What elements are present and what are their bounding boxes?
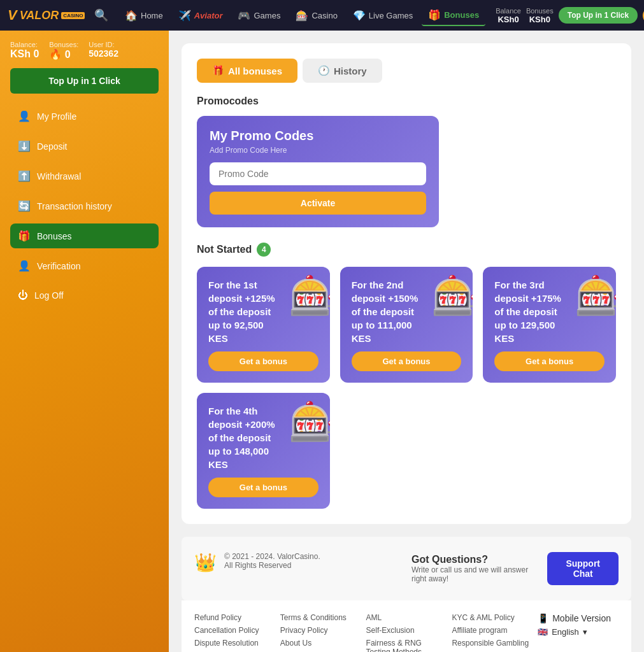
header-top-up-button[interactable]: Top Up in 1 Click — [559, 7, 638, 24]
logo-text: V — [8, 7, 17, 24]
nav-home[interactable]: 🏠Home — [118, 6, 169, 25]
sidebar-balance-block: Balance: KSh 0 — [10, 41, 39, 60]
promo-code-input[interactable] — [210, 162, 426, 185]
chip-icon-1: 🎰 — [289, 273, 330, 318]
sidebar-my-profile-label: My Profile — [37, 111, 76, 122]
balance-label: Balance — [496, 7, 521, 15]
sidebar-user-info: Balance: KSh 0 Bonuses: 🔥 0 User ID: 502… — [10, 41, 159, 60]
bonus-card-1: For the 1st deposit +125% of the deposit… — [197, 267, 330, 383]
header-balance: Balance KSh0 — [496, 7, 521, 24]
logo: V VALOR CASINO — [8, 7, 84, 24]
bonuses-card: 🎁 All bonuses 🕐 History Promocodes My Pr… — [182, 43, 631, 524]
tabs: 🎁 All bonuses 🕐 History — [197, 59, 616, 83]
withdrawal-icon: ⬆️ — [18, 170, 31, 182]
sidebar-bonuses-label: Bonuses — [37, 231, 71, 241]
history-icon: 🔄 — [18, 200, 31, 212]
footer-col-2: Terms & Conditions Privacy Policy About … — [280, 613, 361, 652]
flag-icon: 🇬🇧 — [538, 627, 548, 637]
history-tab-icon: 🕐 — [318, 65, 330, 76]
sidebar-item-bonuses[interactable]: 🎁 Bonuses — [10, 223, 159, 248]
footer-col-4: KYC & AML Policy Affiliate program Respo… — [452, 613, 533, 652]
bonus-card-4: For the 4th deposit +200% of the deposit… — [197, 393, 330, 509]
footer-questions-block: Got Questions? Write or call us and we w… — [411, 554, 537, 583]
all-bonuses-tab-label: All bonuses — [228, 66, 282, 76]
sidebar-verification-label: Verification — [37, 261, 80, 271]
link-terms[interactable]: Terms & Conditions — [280, 613, 361, 622]
link-dispute[interactable]: Dispute Resolution — [194, 639, 275, 648]
footer-logo: 👑 — [194, 552, 217, 573]
link-privacy[interactable]: Privacy Policy — [280, 626, 361, 635]
promo-card-title: My Promo Codes — [210, 129, 426, 143]
bonuses-label: Bonuses — [526, 7, 554, 15]
bonus-3-text: For the 3rd deposit +175% of the deposit… — [494, 278, 566, 345]
bonus-card-3: For the 3rd deposit +175% of the deposit… — [483, 267, 616, 383]
mobile-icon: 📱 — [538, 613, 548, 623]
fire-icon: 🔥 — [49, 49, 62, 60]
nav-casino[interactable]: 🎰Casino — [289, 6, 343, 25]
footer-col-1: Refund Policy Cancellation Policy Disput… — [194, 613, 275, 652]
tab-history[interactable]: 🕐 History — [303, 59, 382, 83]
tab-all-bonuses[interactable]: 🎁 All bonuses — [197, 59, 297, 83]
nav-bonuses[interactable]: 🎁Bonuses — [422, 5, 485, 26]
link-kyc[interactable]: KYC & AML Policy — [452, 613, 533, 622]
activate-button[interactable]: Activate — [210, 192, 426, 215]
promo-codes-box: My Promo Codes Add Promo Code Here Activ… — [197, 116, 439, 227]
bonuses-menu-icon: 🎁 — [18, 230, 31, 242]
nav-games[interactable]: 🎮Games — [231, 6, 287, 25]
all-bonuses-tab-icon: 🎁 — [212, 65, 224, 76]
sidebar-userid-block: User ID: 502362 — [89, 41, 118, 59]
logo-valor: VALOR — [20, 9, 59, 22]
sidebar: Balance: KSh 0 Bonuses: 🔥 0 User ID: 502… — [0, 31, 169, 652]
link-fairness[interactable]: Fairness & RNG Testing Methods — [366, 639, 447, 652]
main-nav: 🏠Home ✈️Aviator 🎮Games 🎰Casino 💎Live Gam… — [118, 5, 485, 26]
sidebar-withdrawal-label: Withdrawal — [37, 171, 81, 181]
promocodes-section-title: Promocodes — [197, 96, 616, 107]
search-icon[interactable]: 🔍 — [94, 8, 108, 22]
chevron-down-icon: ▾ — [583, 627, 587, 637]
deposit-icon: ⬇️ — [18, 140, 31, 152]
promo-card-subtitle: Add Promo Code Here — [210, 146, 426, 155]
bonus-grid: For the 1st deposit +125% of the deposit… — [197, 267, 616, 509]
main-layout: Balance: KSh 0 Bonuses: 🔥 0 User ID: 502… — [0, 31, 644, 652]
link-refund[interactable]: Refund Policy — [194, 613, 275, 622]
get-bonus-btn-4[interactable]: Get a bonus — [208, 478, 318, 497]
language-label: English — [552, 627, 579, 637]
sidebar-item-verification[interactable]: 👤 Verification — [10, 253, 159, 278]
link-aml[interactable]: AML — [366, 613, 447, 622]
footer-question: Got Questions? — [411, 554, 537, 565]
bonus-1-text: For the 1st deposit +125% of the deposit… — [208, 278, 280, 345]
footer-right: Got Questions? Write or call us and we w… — [411, 552, 619, 585]
language-selector[interactable]: 🇬🇧 English ▾ — [538, 627, 619, 637]
footer-col-3: AML Self-Exclusion Fairness & RNG Testin… — [366, 613, 447, 652]
get-bonus-btn-2[interactable]: Get a bonus — [352, 351, 462, 371]
chip-icon-2: 🎰 — [431, 273, 473, 318]
link-responsible-gambling[interactable]: Responsible Gambling — [452, 639, 533, 648]
not-started-header: Not Started 4 — [197, 243, 616, 257]
sidebar-userid-label: User ID: — [89, 41, 118, 48]
sidebar-bonuses-value: 🔥 0 — [49, 48, 78, 60]
get-bonus-btn-1[interactable]: Get a bonus — [208, 351, 318, 371]
get-bonus-btn-3[interactable]: Get a bonus — [494, 351, 605, 371]
sidebar-item-deposit[interactable]: ⬇️ Deposit — [10, 134, 159, 159]
link-affiliate[interactable]: Affiliate program — [452, 626, 533, 635]
sidebar-item-log-off[interactable]: ⏻ Log Off — [10, 283, 159, 308]
footer-copyright: © 2021 - 2024. ValorCasino. All Rights R… — [224, 552, 320, 570]
header-right: Balance KSh0 Bonuses KSh0 Top Up in 1 Cl… — [496, 7, 644, 24]
link-cancellation[interactable]: Cancellation Policy — [194, 626, 275, 635]
sidebar-userid-value: 502362 — [89, 48, 118, 59]
sidebar-item-transaction-history[interactable]: 🔄 Transaction history — [10, 194, 159, 218]
sidebar-item-withdrawal[interactable]: ⬆️ Withdrawal — [10, 164, 159, 188]
link-about[interactable]: About Us — [280, 639, 361, 648]
sidebar-balance-value: KSh 0 — [10, 48, 39, 60]
nav-aviator[interactable]: ✈️Aviator — [172, 6, 229, 25]
balance-value: KSh0 — [496, 15, 521, 24]
chip-icon-3: 🎰 — [575, 273, 616, 318]
footer-answer: Write or call us and we will answer righ… — [411, 565, 537, 583]
link-self-exclusion[interactable]: Self-Exclusion — [366, 626, 447, 635]
footer-col-5: 📱 Mobile Version 🇬🇧 English ▾ — [538, 613, 619, 652]
nav-live-games[interactable]: 💎Live Games — [347, 6, 419, 25]
support-chat-button[interactable]: Support Chat — [547, 552, 619, 585]
sidebar-item-my-profile[interactable]: 👤 My Profile — [10, 104, 159, 129]
header: V VALOR CASINO 🔍 🏠Home ✈️Aviator 🎮Games … — [0, 0, 644, 31]
sidebar-top-up-button[interactable]: Top Up in 1 Click — [10, 68, 159, 94]
